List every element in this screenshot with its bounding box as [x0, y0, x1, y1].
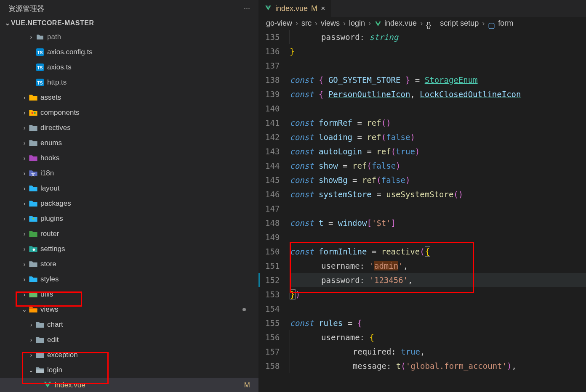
chevron-down-icon: ⌄	[5, 20, 11, 26]
breadcrumb-item[interactable]: views	[321, 19, 340, 28]
tree-item-label: axios.ts	[47, 63, 72, 72]
tree-item-label: login	[47, 366, 62, 374]
tree-item-label: index.vue	[55, 381, 85, 389]
tree-item-label: utils	[40, 290, 53, 299]
tree-folder-login[interactable]: ⌄login	[0, 363, 258, 378]
breadcrumb[interactable]: go-view› src› views› login› index.vue› {…	[258, 17, 586, 30]
close-icon[interactable]: ×	[321, 4, 325, 13]
tree-folder-directives[interactable]: ›directives	[0, 120, 258, 135]
svg-text:文: 文	[31, 172, 35, 177]
explorer-title: 资源管理器	[8, 4, 44, 13]
variable-icon: ▢	[488, 21, 495, 28]
project-header[interactable]: ⌄ VUE.NETCORE-MASTER	[0, 17, 258, 29]
tree-folder-components[interactable]: ›components	[0, 105, 258, 120]
tree-folder-packages[interactable]: ›packages	[0, 196, 258, 211]
breadcrumb-item[interactable]: script setup	[440, 19, 479, 28]
tree-folder-router[interactable]: ›router	[0, 226, 258, 241]
tree-item-label: exception	[47, 351, 78, 359]
svg-text:TS: TS	[37, 66, 43, 70]
chevron-right-icon: ›	[20, 185, 29, 192]
svg-text:TS: TS	[37, 81, 43, 85]
chevron-right-icon: ›	[20, 230, 29, 237]
tree-folder-styles[interactable]: ›styles	[0, 272, 258, 287]
git-gutter-modified	[258, 273, 260, 287]
tree-folder-chart[interactable]: ›chart	[0, 317, 258, 332]
editor-area: index.vue M × go-view› src› views› login…	[258, 0, 586, 392]
chevron-right-icon: ›	[341, 19, 347, 28]
file-tree: › path TS axios.config.ts TS axios.ts TS…	[0, 29, 258, 392]
tab-modified-badge: M	[311, 4, 317, 13]
tab-index-vue[interactable]: index.vue M ×	[258, 0, 332, 17]
tree-item-label: path	[47, 33, 61, 41]
vue-file-icon	[264, 5, 272, 12]
tree-item-label: http.ts	[47, 78, 67, 87]
breadcrumb-item[interactable]: go-view	[266, 19, 292, 28]
chevron-right-icon: ›	[20, 246, 29, 252]
chevron-right-icon: ›	[20, 140, 29, 146]
tree-file[interactable]: TS axios.ts	[0, 60, 258, 75]
tree-folder-layout[interactable]: ›layout	[0, 181, 258, 196]
editor-tabs: index.vue M ×	[258, 0, 586, 17]
chevron-right-icon: ›	[294, 19, 300, 28]
tree-item-label: plugins	[40, 215, 63, 223]
tree-folder-edit[interactable]: ›edit	[0, 332, 258, 347]
tree-file-index-vue[interactable]: index.vue M	[0, 378, 258, 392]
tree-item-label: views	[40, 305, 59, 314]
braces-icon: {}	[426, 21, 434, 28]
chevron-right-icon: ›	[418, 19, 424, 28]
chevron-right-icon: ›	[27, 321, 35, 328]
breadcrumb-item[interactable]: form	[498, 19, 513, 28]
tree-folder-path[interactable]: › path	[0, 29, 258, 45]
explorer-more-icon[interactable]: ···	[242, 4, 252, 13]
chevron-right-icon: ›	[20, 276, 29, 283]
tree-folder-i18n[interactable]: ›文i18n	[0, 166, 258, 181]
tree-file[interactable]: TS http.ts	[0, 75, 258, 90]
tree-folder-settings[interactable]: ›settings	[0, 241, 258, 257]
breadcrumb-item[interactable]: login	[349, 19, 365, 28]
explorer-header: 资源管理器 ···	[0, 0, 258, 17]
chevron-down-icon: ⌄	[20, 306, 29, 313]
tree-item-label: directives	[40, 124, 71, 132]
tree-item-label: edit	[47, 336, 59, 344]
breadcrumb-item[interactable]: index.vue	[384, 19, 417, 28]
tree-folder-assets[interactable]: ›assets	[0, 90, 258, 105]
tree-folder-utils[interactable]: ›utils	[0, 287, 258, 302]
tree-folder-hooks[interactable]: ›hooks	[0, 151, 258, 166]
chevron-right-icon: ›	[20, 94, 29, 101]
chevron-right-icon: ›	[27, 34, 35, 40]
tree-item-label: hooks	[40, 154, 59, 162]
svg-text:TS: TS	[37, 50, 43, 55]
svg-point-9	[33, 249, 35, 251]
tab-label: index.vue	[275, 4, 308, 13]
chevron-right-icon: ›	[20, 261, 29, 268]
tree-item-label: store	[40, 260, 56, 268]
git-modified-badge: M	[244, 381, 250, 389]
chevron-right-icon: ›	[20, 170, 29, 177]
code-lines[interactable]: password: string} const { GO_SYSTEM_STOR…	[290, 30, 586, 392]
tree-folder-exception[interactable]: ›exception	[0, 347, 258, 363]
explorer-sidebar: 资源管理器 ··· ⌄ VUE.NETCORE-MASTER › path TS…	[0, 0, 258, 392]
tree-item-label: assets	[40, 93, 61, 102]
chevron-right-icon: ›	[20, 124, 29, 131]
tree-item-label: router	[40, 230, 59, 238]
tree-item-label: axios.config.ts	[47, 48, 93, 56]
tree-item-label: packages	[40, 199, 71, 208]
tree-folder-views[interactable]: ⌄views	[0, 302, 258, 317]
tree-file[interactable]: TS axios.config.ts	[0, 45, 258, 60]
tree-item-label: settings	[40, 245, 65, 253]
chevron-right-icon: ›	[20, 200, 29, 207]
chevron-right-icon: ›	[313, 19, 319, 28]
chevron-down-icon: ⌄	[27, 367, 35, 373]
svg-rect-6	[32, 112, 33, 114]
tree-item-label: layout	[40, 184, 59, 193]
tree-folder-store[interactable]: ›store	[0, 257, 258, 272]
tree-item-label: chart	[47, 320, 63, 329]
tree-folder-plugins[interactable]: ›plugins	[0, 211, 258, 226]
vue-file-icon	[374, 21, 382, 28]
code-editor[interactable]: 1351361371381391401411421431441451461471…	[258, 30, 586, 392]
svg-rect-7	[34, 112, 35, 114]
tree-item-label: components	[40, 109, 80, 117]
breadcrumb-item[interactable]: src	[301, 19, 312, 28]
tree-folder-enums[interactable]: ›enums	[0, 135, 258, 151]
line-number-gutter: 1351361371381391401411421431441451461471…	[258, 30, 290, 392]
